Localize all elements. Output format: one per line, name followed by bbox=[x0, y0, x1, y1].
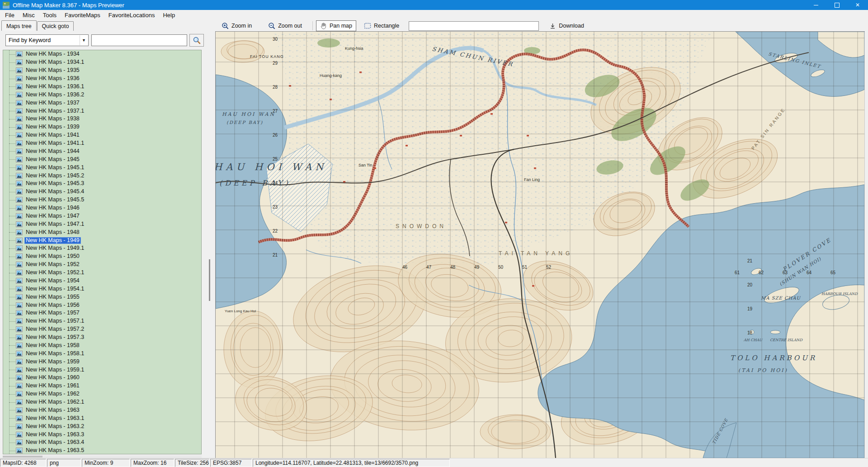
find-mode-select[interactable]: Find by Keyword ▼ bbox=[5, 34, 89, 46]
tree-item[interactable]: New HK Maps - 1936.2 bbox=[3, 91, 201, 99]
toolbar-input[interactable] bbox=[409, 21, 539, 31]
rectangle-select-icon bbox=[364, 23, 371, 29]
tree-item[interactable]: New HK Maps - 1934.1 bbox=[3, 58, 201, 67]
menu-tools[interactable]: Tools bbox=[39, 11, 61, 19]
tree-item[interactable]: New HK Maps - 1962 bbox=[3, 390, 201, 398]
grid-number: 65 bbox=[830, 270, 836, 275]
tree-item[interactable]: New HK Maps - 1957.3 bbox=[3, 334, 201, 342]
grid-number: 64 bbox=[807, 270, 812, 275]
zoom-in-button[interactable]: Zoom in bbox=[217, 20, 256, 31]
tree-item[interactable]: New HK Maps - 1949 bbox=[3, 236, 201, 244]
maps-tree-panel: Find by Keyword ▼ New HK Maps - 1934New … bbox=[0, 31, 204, 458]
pan-map-label: Pan map bbox=[330, 23, 352, 29]
download-icon bbox=[549, 23, 556, 29]
tree-item[interactable]: New HK Maps - 1963.5 bbox=[3, 447, 201, 454]
tree-item[interactable]: New HK Maps - 1944 bbox=[3, 148, 201, 156]
map-label: (DEEP BAY) bbox=[226, 120, 263, 125]
tree-item[interactable]: New HK Maps - 1963.4 bbox=[3, 438, 201, 447]
tab-quick-goto[interactable]: Quick goto bbox=[37, 21, 74, 31]
minimize-button[interactable] bbox=[806, 0, 826, 10]
zoom-out-label: Zoom out bbox=[278, 23, 302, 29]
map-label: MA SZE CHAU bbox=[761, 295, 801, 300]
tree-item[interactable]: New HK Maps - 1947.1 bbox=[3, 220, 201, 228]
tree-item[interactable]: New HK Maps - 1936.1 bbox=[3, 83, 201, 91]
tree-item[interactable]: New HK Maps - 1958 bbox=[3, 342, 201, 350]
scrollbar-thumb[interactable] bbox=[209, 259, 210, 301]
grid-number: 61 bbox=[735, 270, 740, 275]
tree-item[interactable]: New HK Maps - 1959 bbox=[3, 357, 201, 366]
map-image-icon bbox=[16, 92, 23, 98]
map-image-icon bbox=[16, 108, 23, 114]
tree-item[interactable]: New HK Maps - 1945.5 bbox=[3, 196, 201, 204]
tree-item[interactable]: New HK Maps - 1945.4 bbox=[3, 188, 201, 196]
map-image-icon bbox=[16, 100, 23, 106]
map-label: (DEEP BAY) bbox=[219, 179, 291, 187]
tree-item[interactable]: New HK Maps - 1961 bbox=[3, 382, 201, 390]
search-input[interactable] bbox=[91, 34, 187, 46]
close-button[interactable]: ✕ bbox=[847, 0, 868, 10]
grid-number: 52 bbox=[546, 265, 552, 270]
tree-item[interactable]: New HK Maps - 1936 bbox=[3, 75, 201, 83]
tree-item[interactable]: New HK Maps - 1957.2 bbox=[3, 325, 201, 334]
tree-item[interactable]: New HK Maps - 1937.1 bbox=[3, 107, 201, 115]
tree-item[interactable]: New HK Maps - 1945 bbox=[3, 155, 201, 163]
tree-item[interactable]: New HK Maps - 1959.1 bbox=[3, 366, 201, 374]
menu-favoritemaps[interactable]: FavoriteMaps bbox=[61, 11, 104, 19]
tree-item[interactable]: New HK Maps - 1945.1 bbox=[3, 163, 201, 172]
menu-help[interactable]: Help bbox=[159, 11, 179, 19]
map-viewport[interactable]: 3029282726252423222146474849505152616263… bbox=[215, 31, 865, 458]
tree-item[interactable]: New HK Maps - 1955 bbox=[3, 293, 201, 301]
menu-misc[interactable]: Misc bbox=[19, 11, 39, 19]
tree-item[interactable]: New HK Maps - 1938 bbox=[3, 115, 201, 123]
rectangle-button[interactable]: Rectangle bbox=[360, 21, 403, 31]
tree-item[interactable]: New HK Maps - 1960 bbox=[3, 374, 201, 382]
tree-item[interactable]: New HK Maps - 1963 bbox=[3, 406, 201, 415]
map-image-icon bbox=[16, 448, 23, 453]
toolbar-separator bbox=[312, 21, 313, 30]
tree-item[interactable]: New HK Maps - 1950 bbox=[3, 253, 201, 261]
status-cell: MapsID: 4268 bbox=[0, 459, 46, 467]
menu-favoritelocations[interactable]: FavoriteLocations bbox=[104, 11, 159, 19]
tree-item[interactable]: New HK Maps - 1949.1 bbox=[3, 244, 201, 253]
tree-item[interactable]: New HK Maps - 1957.1 bbox=[3, 317, 201, 325]
tree-item[interactable]: New HK Maps - 1963.3 bbox=[3, 430, 201, 438]
tree-item[interactable]: New HK Maps - 1954.1 bbox=[3, 285, 201, 293]
tree-item[interactable]: New HK Maps - 1963.2 bbox=[3, 422, 201, 430]
tree-item[interactable]: New HK Maps - 1947 bbox=[3, 212, 201, 220]
tree-item[interactable]: New HK Maps - 1948 bbox=[3, 228, 201, 236]
tree-item[interactable]: New HK Maps - 1941 bbox=[3, 131, 201, 139]
zoom-out-button[interactable]: Zoom out bbox=[264, 20, 306, 31]
tree-item[interactable]: New HK Maps - 1934 bbox=[3, 50, 201, 58]
tree-item[interactable]: New HK Maps - 1957 bbox=[3, 309, 201, 317]
grid-number: 28 bbox=[273, 85, 278, 90]
grid-number: 49 bbox=[474, 265, 480, 270]
tree-item[interactable]: New HK Maps - 1952.1 bbox=[3, 269, 201, 277]
scrollbar-thumb[interactable] bbox=[3, 456, 42, 457]
tab-maps-tree[interactable]: Maps tree bbox=[1, 20, 37, 31]
map-image-icon bbox=[16, 165, 23, 171]
tree-item[interactable]: New HK Maps - 1945.2 bbox=[3, 172, 201, 180]
tree-item[interactable]: New HK Maps - 1952 bbox=[3, 261, 201, 269]
tree-item[interactable]: New HK Maps - 1945.3 bbox=[3, 180, 201, 188]
tree-item[interactable]: New HK Maps - 1958.1 bbox=[3, 349, 201, 357]
tree-item[interactable]: New HK Maps - 1937 bbox=[3, 99, 201, 107]
maximize-button[interactable] bbox=[826, 0, 847, 10]
window-title: Offline Map Maker 8.367 - Maps Previewer bbox=[13, 2, 124, 9]
map-image-icon bbox=[16, 407, 23, 413]
tree-item[interactable]: New HK Maps - 1946 bbox=[3, 204, 201, 212]
search-button[interactable] bbox=[189, 34, 204, 47]
tree-item[interactable]: New HK Maps - 1941.1 bbox=[3, 139, 201, 148]
tree-item[interactable]: New HK Maps - 1956 bbox=[3, 301, 201, 309]
tree-item[interactable]: New HK Maps - 1935 bbox=[3, 67, 201, 75]
tree-item[interactable]: New HK Maps - 1963.1 bbox=[3, 414, 201, 422]
chevron-down-icon: ▼ bbox=[80, 35, 88, 45]
map-vertical-scrollbar[interactable] bbox=[864, 32, 868, 458]
tree-item[interactable]: New HK Maps - 1962.1 bbox=[3, 398, 201, 406]
pan-map-button[interactable]: Pan map bbox=[316, 20, 356, 31]
map-image-icon bbox=[16, 383, 23, 389]
tree-vertical-scrollbar[interactable] bbox=[204, 31, 215, 458]
download-button[interactable]: Download bbox=[545, 21, 588, 31]
tree-item[interactable]: New HK Maps - 1939 bbox=[3, 123, 201, 131]
menu-file[interactable]: File bbox=[1, 11, 19, 19]
tree-item[interactable]: New HK Maps - 1954 bbox=[3, 277, 201, 285]
